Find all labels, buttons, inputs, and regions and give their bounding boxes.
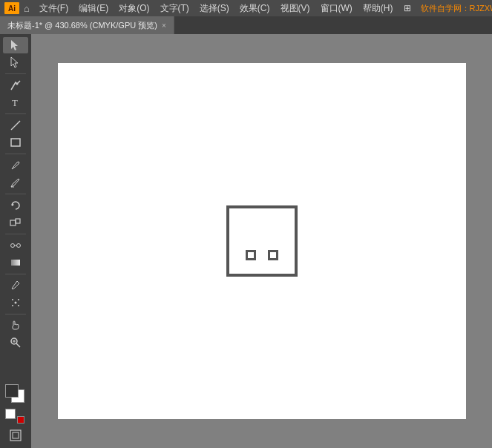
svg-text:T: T [12, 97, 18, 108]
main-layout: T [0, 34, 492, 448]
icon-eye-left [246, 250, 256, 260]
scale-tool[interactable] [3, 214, 28, 231]
svg-line-21 [16, 343, 20, 347]
canvas-area [31, 34, 492, 448]
home-icon[interactable]: ⌂ [24, 3, 30, 14]
toolbar: T [0, 34, 31, 448]
document-tab[interactable]: 未标题-1* @ 430.68% (CMYK/GPU 预览) × [0, 16, 174, 34]
svg-point-2 [16, 83, 19, 85]
selection-tool[interactable] [3, 37, 28, 53]
separator-7 [5, 314, 26, 314]
svg-point-16 [18, 299, 19, 300]
svg-point-15 [12, 299, 13, 300]
fill-stroke-swatches[interactable] [5, 384, 26, 403]
gradient-tool[interactable] [3, 254, 28, 271]
pen-tool[interactable] [3, 77, 28, 93]
ai-logo: Ai [4, 2, 19, 14]
pencil-tool[interactable] [3, 174, 28, 191]
icon-drawing [226, 205, 298, 277]
separator-3 [5, 154, 26, 154]
art-canvas [58, 63, 466, 419]
svg-marker-1 [11, 57, 18, 67]
blend-tool[interactable] [3, 237, 28, 254]
separator-5 [5, 234, 26, 234]
screen-mode-button[interactable] [3, 427, 28, 444]
none-swatch[interactable] [5, 409, 16, 419]
menu-bar: 文件(F) 编辑(E) 对象(O) 文字(T) 选择(S) 效果(C) 视图(V… [34, 1, 416, 16]
svg-marker-7 [12, 203, 14, 206]
svg-line-14 [18, 282, 19, 283]
menu-select[interactable]: 选择(S) [194, 1, 234, 16]
title-bar: Ai ⌂ 文件(F) 编辑(E) 对象(O) 文字(T) 选择(S) 效果(C)… [0, 0, 492, 16]
menu-object[interactable]: 对象(O) [114, 1, 154, 16]
menu-file[interactable]: 文件(F) [34, 1, 73, 16]
icon-eye-right [268, 250, 278, 260]
separator-1 [5, 73, 26, 74]
tab-close-button[interactable]: × [162, 22, 166, 30]
type-tool[interactable]: T [3, 94, 28, 111]
zoom-tool[interactable] [3, 335, 28, 351]
warp-tool[interactable] [3, 294, 28, 311]
tab-bar: 未标题-1* @ 430.68% (CMYK/GPU 预览) × [0, 16, 492, 34]
svg-point-19 [15, 302, 17, 304]
svg-point-11 [17, 244, 21, 248]
svg-rect-25 [13, 432, 19, 438]
menu-type[interactable]: 文字(T) [155, 1, 194, 16]
svg-rect-8 [10, 220, 16, 225]
menu-effect[interactable]: 效果(C) [234, 1, 275, 16]
rotate-tool[interactable] [3, 197, 28, 214]
svg-line-4 [11, 121, 20, 130]
svg-point-17 [12, 305, 13, 306]
svg-rect-13 [11, 260, 20, 266]
menu-help[interactable]: 帮助(H) [358, 1, 398, 16]
line-tool[interactable] [3, 117, 28, 134]
svg-point-10 [11, 244, 15, 248]
svg-rect-9 [16, 219, 20, 223]
svg-point-18 [18, 305, 19, 306]
red-swatch[interactable] [17, 416, 24, 424]
svg-rect-24 [10, 430, 21, 441]
direct-selection-tool[interactable] [3, 54, 28, 70]
separator-6 [5, 274, 26, 274]
svg-rect-5 [11, 139, 20, 146]
menu-window[interactable]: 窗口(W) [315, 1, 358, 16]
rectangle-tool[interactable] [3, 134, 28, 151]
paintbrush-tool[interactable] [3, 157, 28, 174]
fill-swatch[interactable] [5, 384, 19, 398]
color-swatch-area [3, 384, 28, 448]
separator-2 [5, 113, 26, 114]
menu-edit[interactable]: 编辑(E) [73, 1, 114, 16]
menu-grid-icon[interactable]: ⊞ [398, 1, 416, 15]
extra-swatches[interactable] [5, 409, 26, 424]
hand-tool[interactable] [3, 317, 28, 334]
eyedropper-tool[interactable] [3, 277, 28, 294]
svg-marker-0 [11, 40, 18, 50]
menu-view[interactable]: 视图(V) [275, 1, 315, 16]
watermark-text: 软件自学网：RJZXW.COM [421, 3, 492, 14]
separator-4 [5, 194, 26, 194]
tab-label: 未标题-1* @ 430.68% (CMYK/GPU 预览) [7, 20, 157, 31]
